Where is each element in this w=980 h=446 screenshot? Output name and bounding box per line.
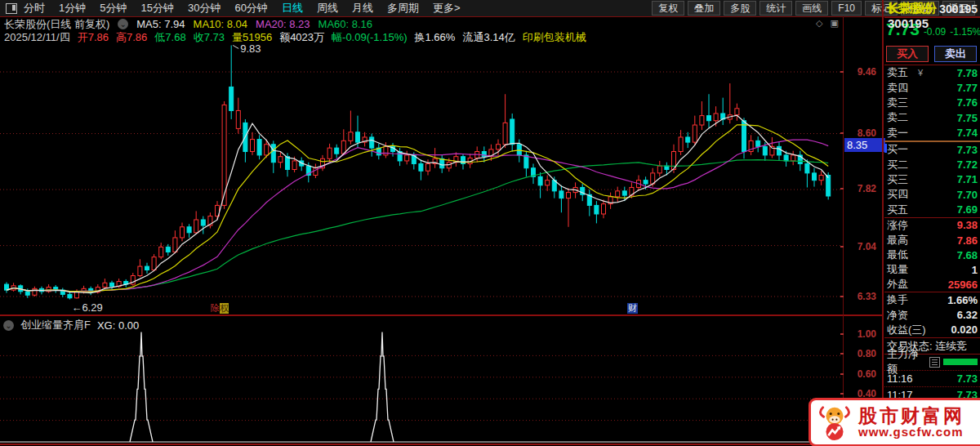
- stat-row: 最高7.86: [884, 233, 980, 248]
- indicator-axis-label: 0.60: [844, 368, 876, 380]
- ask-levels: 卖五¥7.78卖四7.77卖三7.76卖二7.75卖一7.74: [884, 65, 980, 140]
- site-logo[interactable]: 股市财富网 www.gscfw.com: [808, 398, 980, 446]
- stat-row: 收益(三)0.020: [884, 323, 980, 337]
- axis-tick: [840, 71, 844, 73]
- ask-row[interactable]: 卖一7.74: [884, 126, 980, 140]
- window-icon[interactable]: [6, 3, 17, 14]
- ma-token: MA5: 7.94: [136, 18, 185, 30]
- candlestick-chart[interactable]: 9.83←6.29: [0, 41, 843, 314]
- stat-row: 换手1.66%: [884, 292, 980, 307]
- menubar-divider: [0, 16, 980, 17]
- ma-token: MA10: 8.04: [194, 18, 248, 30]
- axis-tick: [840, 373, 844, 375]
- menubar-stock-name: 长荣股份 300195: [888, 1, 980, 30]
- main-net-row: 主力净额: [884, 355, 980, 370]
- indicator-chart[interactable]: [0, 323, 843, 446]
- buy-button[interactable]: 买入: [886, 46, 929, 62]
- ask-row[interactable]: 卖五¥7.78: [884, 65, 980, 80]
- stats-list-2: 换手1.66%净资6.32收益(三)0.020: [884, 292, 980, 337]
- bid-row[interactable]: 买四7.70: [884, 187, 980, 202]
- y-axis-label: 7.04: [844, 241, 876, 252]
- period-tab[interactable]: 分时: [24, 1, 45, 16]
- toolbar-button[interactable]: 叠加: [688, 1, 720, 16]
- trading-app-window: 分时1分钟5分钟15分钟30分钟60分钟日线周线月线多周期更多> 复权叠加多股统…: [0, 0, 980, 446]
- panel-divider: [882, 0, 884, 446]
- bid-row[interactable]: 买三7.71: [884, 172, 980, 187]
- period-tab[interactable]: 30分钟: [188, 1, 220, 16]
- toolbar-button[interactable]: 统计: [760, 1, 792, 16]
- ma20-line: [7, 140, 828, 292]
- axis-tick: [840, 296, 844, 297]
- period-tab[interactable]: 更多>: [433, 1, 461, 16]
- event-marker-badge[interactable]: 财: [627, 303, 638, 314]
- ma10-line: [7, 125, 828, 292]
- axis-tick: [840, 353, 844, 355]
- axis-tick: [840, 333, 844, 335]
- ma5-line: [7, 115, 828, 292]
- list-icon[interactable]: [929, 357, 940, 368]
- ma-token: MA60: 8.16: [318, 18, 373, 30]
- axis-tick: [840, 132, 844, 134]
- stats-list: 涨停9.38最高7.86最低7.68现量1外盘25966: [884, 218, 980, 292]
- info-token: 低7.68: [154, 30, 185, 41]
- info-token: 收7.73: [194, 30, 225, 41]
- period-tab[interactable]: 15分钟: [140, 1, 173, 16]
- toolbar-button[interactable]: 多股: [724, 1, 756, 16]
- stat-row: 净资6.32: [884, 307, 980, 322]
- bid-row[interactable]: 买五7.69: [884, 203, 980, 217]
- period-tab[interactable]: 5分钟: [100, 1, 127, 16]
- period-tab[interactable]: 多周期: [387, 1, 419, 16]
- main-net-bar: [943, 359, 978, 365]
- top-menubar: 分时1分钟5分钟15分钟30分钟60分钟日线周线月线多周期更多> 复权叠加多股统…: [0, 0, 980, 16]
- ma60-line: [7, 160, 828, 292]
- candlestick-series: [5, 45, 831, 299]
- event-marker-badge[interactable]: 除权: [211, 303, 229, 314]
- toolbar-button[interactable]: F10: [831, 1, 862, 16]
- indicator-axis-label: 0.80: [844, 348, 876, 359]
- trade-buttons: 买入 卖出: [884, 43, 980, 65]
- info-token: 幅-0.09(-1.15%): [332, 30, 407, 41]
- period-tab[interactable]: 周线: [317, 1, 338, 16]
- chart-corner-icons: ◇▣: [816, 18, 839, 29]
- period-tab[interactable]: 1分钟: [59, 1, 86, 16]
- toolbar-button[interactable]: 复权: [652, 1, 684, 16]
- ask-row[interactable]: 卖二7.75: [884, 110, 980, 125]
- info-token: 换1.66%: [415, 30, 456, 41]
- sell-button[interactable]: 卖出: [934, 46, 977, 62]
- ask-row[interactable]: 卖三7.76: [884, 96, 980, 110]
- collapse-chart-icon[interactable]: ⌄: [118, 19, 128, 29]
- period-tab[interactable]: 日线: [282, 1, 303, 16]
- bid-row[interactable]: 买一7.73: [884, 142, 980, 157]
- stat-row: 外盘25966: [884, 277, 980, 292]
- ask-row[interactable]: 卖四7.77: [884, 80, 980, 95]
- toolbar-button[interactable]: 画线: [795, 1, 828, 16]
- bottom-border: [0, 444, 884, 445]
- quote-panel: 长荣股份 300195 7.73 -0.09 -1.15% 买入 卖出 卖五¥7…: [884, 0, 980, 446]
- logo-texts: 股市财富网 www.gscfw.com: [858, 406, 964, 439]
- bull-icon: [816, 404, 853, 441]
- y-axis-label: 8.60: [844, 127, 876, 139]
- y-axis-label: 7.82: [844, 183, 876, 194]
- logo-site-url: www.gscfw.com: [858, 426, 964, 439]
- info-token: 额4023万: [279, 30, 324, 41]
- diamond-icon[interactable]: ◇: [816, 18, 822, 29]
- y-axis-label: 6.33: [844, 291, 876, 302]
- bid-row[interactable]: 买二7.72: [884, 157, 980, 172]
- ma-token: MA20: 8.23: [256, 18, 310, 30]
- info-token: 2025/12/11/四: [4, 30, 70, 41]
- period-tab[interactable]: 60分钟: [234, 1, 267, 16]
- info-token: 开7.86: [78, 30, 109, 41]
- event-marker-row: 除权财: [0, 303, 843, 314]
- info-token: 流通3.14亿: [462, 30, 514, 41]
- period-tab[interactable]: 月线: [352, 1, 373, 16]
- indicator-axis-label: 1.00: [844, 328, 876, 340]
- ma-values: MA5: 7.94MA10: 8.04MA20: 8.23MA60: 8.16: [136, 18, 372, 30]
- info-token: 印刷包装机械: [523, 30, 586, 41]
- period-menu: 分时1分钟5分钟15分钟30分钟60分钟日线周线月线多周期更多>: [24, 1, 460, 16]
- axis-tick: [840, 246, 844, 248]
- chart-title-row: 长荣股份(日线 前复权) ⌄ MA5: 7.94MA10: 8.04MA20: …: [4, 19, 372, 29]
- bid-marker: [884, 144, 887, 153]
- y-axis-label: 9.46: [844, 66, 876, 78]
- maximize-icon[interactable]: ▣: [830, 18, 838, 29]
- high-annotation: 9.83: [240, 42, 261, 55]
